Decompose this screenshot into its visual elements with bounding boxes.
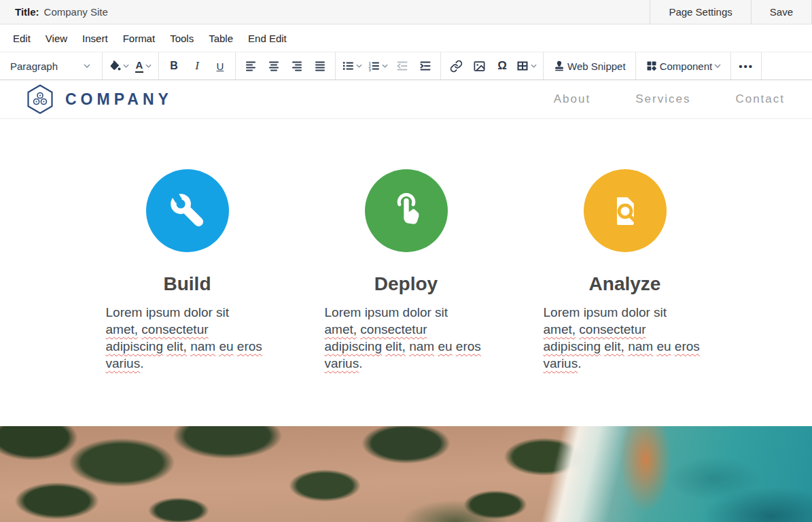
- special-character-icon: Ω: [497, 59, 507, 73]
- site-nav: AboutServicesContact: [554, 92, 785, 106]
- misspelled-word: adipiscing: [544, 339, 601, 353]
- cms-editor-window: Title: Company Site Page SettingsSave Ed…: [0, 0, 812, 522]
- feature-card-deploy: Deploy Lorem ipsum dolor sitamet, consec…: [297, 169, 516, 426]
- italic-icon: I: [195, 59, 199, 73]
- feature-card-build: Build Lorem ipsum dolor sitamet, consect…: [78, 169, 297, 426]
- bold-icon: B: [170, 60, 178, 72]
- title-bar: Title: Company Site Page SettingsSave: [0, 0, 812, 24]
- wrench-icon: [164, 188, 211, 234]
- misspelled-word: varius: [325, 356, 359, 370]
- menu-item-format[interactable]: Format: [116, 24, 163, 52]
- tap-icon: [383, 188, 429, 234]
- bullet-list-icon: [342, 60, 354, 72]
- web-snippet-group: Web Snippet: [544, 52, 636, 80]
- underline-icon: U: [217, 60, 224, 72]
- color-group: A: [103, 52, 159, 80]
- menu-item-insert[interactable]: Insert: [75, 24, 116, 52]
- chevron-down-icon: [356, 64, 362, 68]
- paragraph-style-label: Paragraph: [10, 60, 58, 72]
- component-group: Component: [636, 52, 732, 80]
- component-label: Component: [660, 60, 713, 72]
- svg-text:3: 3: [368, 68, 371, 72]
- more-group: •••: [731, 52, 762, 80]
- chevron-down-icon: [531, 64, 537, 68]
- outdent-button[interactable]: [391, 54, 414, 77]
- page-title-label: Title:: [15, 6, 39, 18]
- menu-item-edit[interactable]: Edit: [5, 24, 38, 52]
- feature-title: Deploy: [297, 273, 516, 295]
- document-search-icon: [602, 188, 648, 234]
- align-center-button[interactable]: [262, 54, 285, 77]
- table-icon: [516, 60, 529, 72]
- special-character-button[interactable]: Ω: [491, 54, 514, 77]
- misspelled-word: eu: [656, 339, 671, 353]
- nav-link-services[interactable]: Services: [635, 92, 690, 106]
- misspelled-word: amet,: [325, 322, 357, 336]
- web-snippet-label: Web Snippet: [567, 60, 626, 72]
- alignment-group: [236, 52, 336, 80]
- insert-table-button[interactable]: [514, 54, 540, 77]
- misspelled-word: elit,: [166, 339, 187, 353]
- align-justify-button[interactable]: [308, 54, 332, 77]
- nav-link-about[interactable]: About: [554, 92, 590, 106]
- chevron-down-icon: [714, 64, 721, 68]
- align-justify-icon: [314, 60, 326, 72]
- numbered-list-button[interactable]: 123: [365, 54, 391, 77]
- page-settings-button[interactable]: Page Settings: [650, 0, 750, 24]
- misspelled-word: eu: [438, 339, 452, 353]
- misspelled-word: varius: [106, 356, 141, 370]
- chevron-down-icon: [84, 64, 90, 68]
- menu-item-view[interactable]: View: [38, 24, 75, 52]
- stamp-icon: [553, 60, 565, 72]
- menu-item-table[interactable]: Table: [201, 24, 241, 52]
- feature-title: Analyze: [516, 273, 735, 295]
- italic-button[interactable]: I: [186, 54, 209, 77]
- insert-group: Ω: [441, 52, 544, 80]
- insert-image-button[interactable]: [467, 54, 491, 77]
- menu-item-end-edit[interactable]: End Edit: [241, 24, 294, 52]
- align-right-icon: [291, 60, 303, 72]
- image-icon: [473, 60, 486, 73]
- misspelled-word: adipiscing: [106, 339, 164, 353]
- feature-text[interactable]: Lorem ipsum dolor sitamet, consecteturad…: [106, 304, 269, 372]
- bullet-list-button[interactable]: [339, 54, 365, 77]
- misspelled-word: nam: [190, 339, 215, 353]
- font-style-group: B I U: [159, 52, 236, 80]
- save-button[interactable]: Save: [751, 0, 812, 24]
- component-button[interactable]: Component: [639, 54, 728, 77]
- feature-text[interactable]: Lorem ipsum dolor sitamet, consecteturad…: [325, 304, 488, 372]
- style-group: Paragraph: [0, 52, 103, 80]
- web-snippet-button[interactable]: Web Snippet: [547, 54, 632, 77]
- feature-text[interactable]: Lorem ipsum dolor sitamet, consecteturad…: [544, 304, 707, 372]
- align-right-button[interactable]: [285, 54, 308, 77]
- menu-item-tools[interactable]: Tools: [162, 24, 201, 52]
- indent-icon: [419, 60, 431, 72]
- misspelled-word: consectetur: [579, 322, 646, 336]
- misspelled-word: eu: [219, 339, 233, 353]
- site-logo-text: COMPANY: [65, 90, 173, 109]
- background-color-button[interactable]: [106, 54, 132, 77]
- site-logo[interactable]: COMPANY: [24, 84, 173, 115]
- chevron-down-icon: [123, 64, 129, 68]
- misspelled-word: elit,: [604, 339, 624, 353]
- underline-button[interactable]: U: [209, 54, 232, 77]
- more-options-button[interactable]: •••: [735, 54, 758, 77]
- indent-button[interactable]: [414, 54, 437, 77]
- feature-card-analyze: Analyze Lorem ipsum dolor sitamet, conse…: [516, 169, 735, 426]
- misspelled-word: amet,: [544, 322, 576, 336]
- bold-button[interactable]: B: [162, 54, 186, 77]
- misspelled-word: eros: [456, 339, 481, 353]
- paragraph-style-dropdown[interactable]: Paragraph: [3, 54, 99, 77]
- text-color-button[interactable]: A: [132, 54, 155, 77]
- hexagon-gears-icon: [24, 84, 56, 115]
- paint-bucket-icon: [109, 60, 121, 72]
- list-group: 123: [336, 52, 441, 80]
- feature-icon-circle: [146, 169, 229, 252]
- misspelled-word: amet,: [106, 322, 139, 336]
- outdent-icon: [396, 60, 408, 72]
- feature-title: Build: [78, 273, 297, 295]
- hero-image: [0, 426, 812, 522]
- insert-link-button[interactable]: [444, 54, 467, 77]
- align-left-button[interactable]: [239, 54, 262, 77]
- nav-link-contact[interactable]: Contact: [735, 92, 785, 106]
